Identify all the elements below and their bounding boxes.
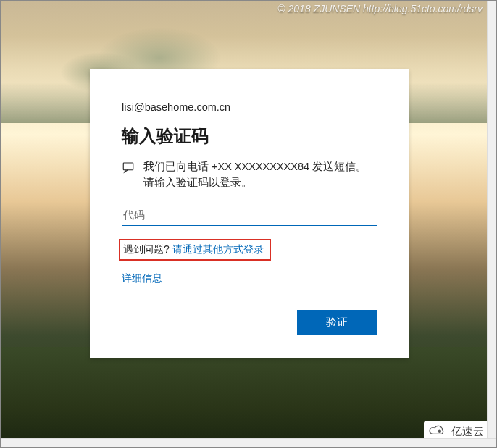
scrollbar-vertical[interactable] bbox=[487, 0, 497, 438]
code-input[interactable] bbox=[122, 204, 377, 226]
sms-instruction-row: 我们已向电话 +XX XXXXXXXXX84 发送短信。请输入验证码以登录。 bbox=[122, 159, 377, 191]
other-ways-link[interactable]: 请通过其他方式登录 bbox=[172, 243, 264, 256]
account-email: lisi@basehome.com.cn bbox=[122, 101, 377, 113]
watermark-text: © 2018 ZJUNSEN http://blog.51cto.com/rds… bbox=[277, 3, 483, 14]
scrollbar-horizontal[interactable] bbox=[0, 438, 497, 448]
brandmark-text: 亿速云 bbox=[451, 425, 484, 439]
bg-grass bbox=[0, 347, 497, 448]
verify-button[interactable]: 验证 bbox=[297, 310, 377, 335]
trouble-label: 遇到问题? bbox=[123, 243, 170, 256]
sms-icon bbox=[122, 161, 135, 174]
sms-instruction-text: 我们已向电话 +XX XXXXXXXXX84 发送短信。请输入验证码以登录。 bbox=[143, 159, 377, 191]
svg-rect-0 bbox=[123, 163, 133, 170]
svg-point-1 bbox=[438, 430, 441, 433]
login-card: lisi@basehome.com.cn 输入验证码 我们已向电话 +XX XX… bbox=[90, 69, 409, 358]
trouble-row: 遇到问题? 请通过其他方式登录 bbox=[119, 239, 271, 261]
page-title: 输入验证码 bbox=[122, 124, 377, 148]
cloud-logo-icon bbox=[428, 424, 447, 439]
more-info-link[interactable]: 详细信息 bbox=[122, 272, 377, 285]
